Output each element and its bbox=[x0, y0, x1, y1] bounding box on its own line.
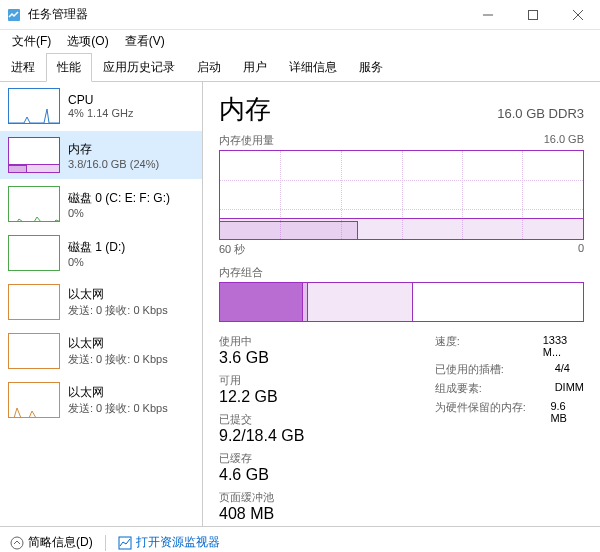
chart-max: 16.0 GB bbox=[544, 133, 584, 148]
maximize-button[interactable] bbox=[510, 0, 555, 30]
sidebar-item-ethernet[interactable]: 以太网 发送: 0 接收: 0 Kbps bbox=[0, 278, 202, 327]
fewer-details-button[interactable]: 简略信息(D) bbox=[10, 534, 93, 551]
axis-left: 60 秒 bbox=[219, 242, 245, 257]
memory-usage-chart[interactable] bbox=[219, 150, 584, 240]
sidebar-item-sub: 0% bbox=[68, 256, 125, 268]
resmon-icon bbox=[118, 536, 132, 550]
stat-value: 12.2 GB bbox=[219, 388, 319, 406]
tab-performance[interactable]: 性能 bbox=[46, 53, 92, 82]
sidebar-item-label: 以太网 bbox=[68, 286, 168, 303]
spec-val: 9.6 MB bbox=[550, 400, 584, 424]
minimize-button[interactable] bbox=[465, 0, 510, 30]
spec-key: 已使用的插槽: bbox=[435, 362, 555, 377]
disk-thumb bbox=[8, 235, 60, 271]
cpu-thumb bbox=[8, 88, 60, 124]
sidebar-item-sub: 0% bbox=[68, 207, 170, 219]
spec-key: 速度: bbox=[435, 334, 543, 358]
chart-label: 内存使用量 bbox=[219, 133, 274, 148]
menu-options[interactable]: 选项(O) bbox=[59, 31, 116, 52]
tab-startup[interactable]: 启动 bbox=[186, 53, 232, 82]
svg-point-5 bbox=[11, 537, 23, 549]
sidebar-item-sub: 3.8/16.0 GB (24%) bbox=[68, 158, 159, 170]
spec-val: 1333 M... bbox=[543, 334, 584, 358]
tab-details[interactable]: 详细信息 bbox=[278, 53, 348, 82]
memory-thumb bbox=[8, 137, 60, 173]
chevron-up-icon bbox=[10, 536, 24, 550]
sidebar-item-label: 以太网 bbox=[68, 335, 168, 352]
ethernet-thumb bbox=[8, 382, 60, 418]
stat-label: 已提交 bbox=[219, 412, 319, 427]
stat-value: 9.2/18.4 GB bbox=[219, 427, 319, 445]
stat-value: 408 MB bbox=[219, 505, 319, 523]
memory-spec: 16.0 GB DDR3 bbox=[497, 106, 584, 121]
stat-label: 已缓存 bbox=[219, 451, 319, 466]
svg-rect-2 bbox=[528, 10, 537, 19]
sidebar-item-ethernet[interactable]: 以太网 发送: 0 接收: 0 Kbps bbox=[0, 327, 202, 376]
tab-app-history[interactable]: 应用历史记录 bbox=[92, 53, 186, 82]
disk-thumb bbox=[8, 186, 60, 222]
sidebar-item-label: 内存 bbox=[68, 141, 159, 158]
memory-composition-chart[interactable] bbox=[219, 282, 584, 322]
menu-view[interactable]: 查看(V) bbox=[117, 31, 173, 52]
page-title: 内存 bbox=[219, 92, 271, 127]
sidebar-item-cpu[interactable]: CPU 4% 1.14 GHz bbox=[0, 82, 202, 131]
ethernet-thumb bbox=[8, 284, 60, 320]
tab-processes[interactable]: 进程 bbox=[0, 53, 46, 82]
sidebar: CPU 4% 1.14 GHz 内存 3.8/16.0 GB (24%) 磁盘 … bbox=[0, 82, 203, 526]
main-panel: 内存 16.0 GB DDR3 内存使用量 16.0 GB 60 秒 0 内存组… bbox=[203, 82, 600, 526]
axis-right: 0 bbox=[578, 242, 584, 257]
spec-key: 组成要素: bbox=[435, 381, 555, 396]
open-resource-monitor-link[interactable]: 打开资源监视器 bbox=[118, 534, 220, 551]
sidebar-item-sub: 4% 1.14 GHz bbox=[68, 107, 133, 119]
spec-key: 为硬件保留的内存: bbox=[435, 400, 551, 424]
stat-value: 3.6 GB bbox=[219, 349, 319, 367]
sidebar-item-memory[interactable]: 内存 3.8/16.0 GB (24%) bbox=[0, 131, 202, 180]
sidebar-item-ethernet[interactable]: 以太网 发送: 0 接收: 0 Kbps bbox=[0, 376, 202, 425]
sidebar-item-disk1[interactable]: 磁盘 1 (D:) 0% bbox=[0, 229, 202, 278]
sidebar-item-sub: 发送: 0 接收: 0 Kbps bbox=[68, 401, 168, 416]
spec-val: DIMM bbox=[555, 381, 584, 396]
tab-users[interactable]: 用户 bbox=[232, 53, 278, 82]
close-button[interactable] bbox=[555, 0, 600, 30]
menu-file[interactable]: 文件(F) bbox=[4, 31, 59, 52]
comp-label: 内存组合 bbox=[219, 265, 263, 280]
tab-services[interactable]: 服务 bbox=[348, 53, 394, 82]
window-title: 任务管理器 bbox=[28, 6, 465, 23]
sidebar-item-label: 磁盘 0 (C: E: F: G:) bbox=[68, 190, 170, 207]
app-icon bbox=[6, 7, 22, 23]
sidebar-item-label: CPU bbox=[68, 93, 133, 107]
stat-label: 页面缓冲池 bbox=[219, 490, 319, 505]
sidebar-item-sub: 发送: 0 接收: 0 Kbps bbox=[68, 352, 168, 367]
stat-label: 可用 bbox=[219, 373, 319, 388]
stat-value: 4.6 GB bbox=[219, 466, 319, 484]
separator bbox=[105, 535, 106, 551]
ethernet-thumb bbox=[8, 333, 60, 369]
sidebar-item-disk0[interactable]: 磁盘 0 (C: E: F: G:) 0% bbox=[0, 180, 202, 229]
sidebar-item-label: 以太网 bbox=[68, 384, 168, 401]
spec-val: 4/4 bbox=[555, 362, 570, 377]
sidebar-item-sub: 发送: 0 接收: 0 Kbps bbox=[68, 303, 168, 318]
stat-label: 使用中 bbox=[219, 334, 319, 349]
sidebar-item-label: 磁盘 1 (D:) bbox=[68, 239, 125, 256]
